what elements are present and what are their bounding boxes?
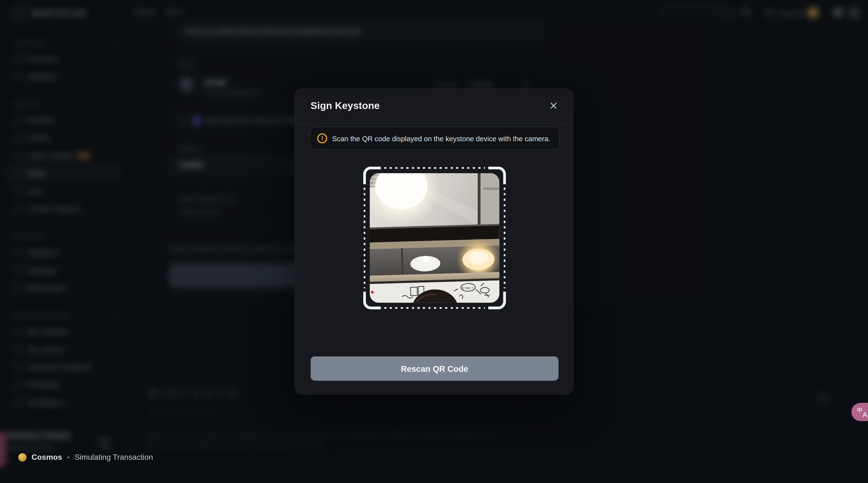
modal-divider [295,123,573,124]
cosmos-coin-icon [18,453,26,461]
transaction-status-toast: Cosmos • Simulating Transaction [18,453,153,462]
translate-icon: 中 A [857,407,867,417]
status-separator: • [67,453,69,461]
status-chain: Cosmos [31,453,62,462]
camera-feed: 32 key + [370,173,499,303]
rescan-qr-button[interactable]: Rescan QR Code [311,356,559,381]
screen: MINTSCAN Chains More Keystone ACCOUNT Ov… [0,0,868,483]
status-message: Simulating Transaction [74,453,153,462]
camera-feed-image: 32 key + [370,173,499,303]
svg-text:32 key +: 32 key + [461,286,474,290]
viewfinder-dash-left [364,188,365,288]
viewfinder-dash-right [504,188,505,288]
viewfinder-dash-top [384,167,485,169]
alert-circle-icon: ! [317,133,327,143]
viewfinder-dash-bottom [384,308,485,309]
modal-title: Sign Keystone [311,100,380,112]
sign-keystone-modal: Sign Keystone ✕ ! Scan the QR code displ… [294,89,574,395]
scan-instruction-alert: ! Scan the QR code displayed on the keys… [309,127,560,150]
alert-text: Scan the QR code displayed on the keysto… [332,134,550,142]
translate-fab[interactable]: 中 A [851,403,868,421]
translate-a-glyph: A [862,410,867,419]
close-icon[interactable]: ✕ [545,98,562,115]
camera-viewfinder: 32 key + [363,167,506,309]
